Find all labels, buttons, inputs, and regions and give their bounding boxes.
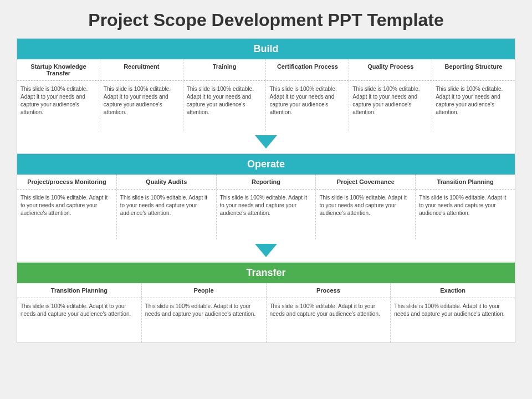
- down-arrow-icon: [255, 135, 277, 149]
- build-col-1: Startup Knowledge Transfer: [17, 59, 100, 80]
- build-section-header: Build: [17, 39, 515, 59]
- operate-content-row: This slide is 100% editable. Adapt it to…: [17, 190, 515, 239]
- operate-content-3: This slide is 100% editable. Adapt it to…: [217, 190, 316, 239]
- operate-content-5: This slide is 100% editable. Adapt it to…: [416, 190, 515, 239]
- build-content-2: This slide is 100% editable. Adapt it to…: [100, 81, 183, 131]
- transfer-content-3: This slide is 100% editable. Adapt it to…: [267, 298, 391, 342]
- arrow-build-to-operate: [17, 131, 515, 153]
- down-arrow-icon-2: [255, 244, 277, 257]
- build-content-1: This slide is 100% editable. Adapt it to…: [17, 81, 100, 131]
- build-column-headers: Startup Knowledge Transfer Recruitment T…: [17, 59, 515, 81]
- operate-content-4: This slide is 100% editable. Adapt it to…: [316, 190, 416, 239]
- operate-col-1: Project/process Monitoring: [17, 175, 117, 189]
- transfer-content-2: This slide is 100% editable. Adapt it to…: [142, 298, 267, 342]
- build-content-3: This slide is 100% editable. Adapt it to…: [183, 81, 267, 131]
- operate-col-3: Reporting: [217, 175, 316, 189]
- operate-content-1: This slide is 100% editable. Adapt it to…: [17, 190, 117, 239]
- operate-section-header: Operate: [17, 154, 515, 175]
- build-content-5: This slide is 100% editable. Adapt it to…: [349, 81, 432, 131]
- page-title: Project Scope Development PPT Template: [0, 0, 532, 38]
- transfer-col-1: Transition Planning: [17, 283, 142, 298]
- transfer-col-4: Exaction: [391, 283, 515, 298]
- operate-col-4: Project Governance: [316, 175, 416, 189]
- operate-col-5: Transition Planning: [416, 175, 515, 189]
- transfer-content-4: This slide is 100% editable. Adapt it to…: [391, 298, 515, 342]
- build-col-2: Recruitment: [100, 59, 183, 80]
- build-content-row: This slide is 100% editable. Adapt it to…: [17, 81, 515, 131]
- build-col-3: Training: [183, 59, 267, 80]
- transfer-col-2: People: [142, 283, 267, 298]
- build-col-5: Quality Process: [349, 59, 432, 80]
- build-content-6: This slide is 100% editable. Adapt it to…: [432, 81, 515, 131]
- transfer-col-3: Process: [267, 283, 391, 298]
- transfer-column-headers: Transition Planning People Process Exact…: [17, 283, 515, 298]
- build-content-4: This slide is 100% editable. Adapt it to…: [266, 81, 349, 131]
- main-table: Build Startup Knowledge Transfer Recruit…: [17, 38, 515, 343]
- build-col-6: Beporting Structure: [432, 59, 515, 80]
- transfer-section-header: Transfer: [17, 263, 515, 283]
- operate-column-headers: Project/process Monitoring Quality Audit…: [17, 175, 515, 190]
- operate-col-2: Quality Audits: [117, 175, 217, 189]
- operate-content-2: This slide is 100% editable. Adapt it to…: [117, 190, 217, 239]
- arrow-operate-to-transfer: [17, 239, 515, 262]
- build-col-4: Certification Process: [266, 59, 349, 80]
- transfer-content-1: This slide is 100% editable. Adapt it to…: [17, 298, 142, 342]
- transfer-content-row: This slide is 100% editable. Adapt it to…: [17, 298, 515, 342]
